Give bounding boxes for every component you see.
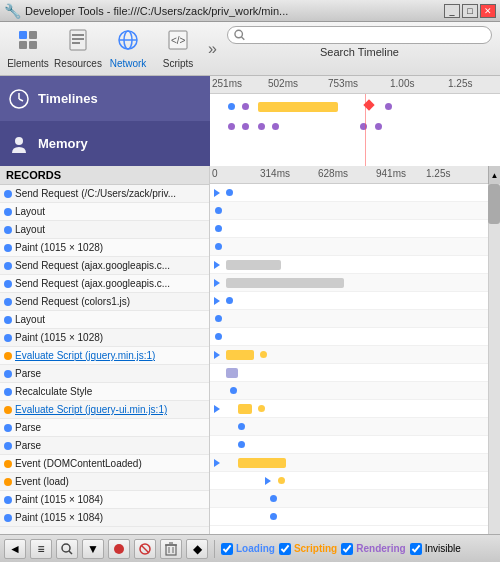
rec-bar: [226, 368, 238, 378]
trash-icon: [165, 542, 177, 556]
search-area: Search Timeline: [223, 22, 496, 76]
records-chart: 0 314ms 628ms 941ms 1.25s ▲: [210, 166, 500, 534]
svg-line-17: [19, 99, 23, 101]
rec-dot: [230, 387, 237, 394]
close-button[interactable]: ✕: [480, 4, 496, 18]
record-label: Layout: [15, 206, 45, 217]
rec-row: [210, 184, 500, 202]
loading-checkbox[interactable]: Loading: [221, 543, 275, 555]
record-row[interactable]: Event (load): [0, 473, 209, 491]
rendering-label: Rendering: [356, 543, 405, 554]
record-dot: [4, 352, 12, 360]
invisible-check-input[interactable]: [410, 543, 422, 555]
record-row[interactable]: Send Request (ajax.googleapis.c...: [0, 275, 209, 293]
svg-rect-5: [72, 34, 84, 36]
record-dot: [4, 316, 12, 324]
rec-dot: [258, 405, 265, 412]
status-sep: [214, 540, 215, 558]
ruler-tick-3: 753ms: [328, 78, 358, 89]
scripting-check-input[interactable]: [279, 543, 291, 555]
record-row[interactable]: Evaluate Script (jquery.min.js:1): [0, 347, 209, 365]
sb-search-icon: [61, 543, 73, 555]
status-btn-back[interactable]: ◄: [4, 539, 26, 559]
record-row[interactable]: Layout: [0, 311, 209, 329]
record-label: Layout: [15, 224, 45, 235]
record-row[interactable]: Layout: [0, 221, 209, 239]
timeline-ruler: 251ms 502ms 753ms 1.00s 1.25s: [210, 76, 500, 94]
memory-section[interactable]: Memory: [0, 121, 210, 166]
loading-label: Loading: [236, 543, 275, 554]
rendering-checkbox[interactable]: Rendering: [341, 543, 405, 555]
tl-dot: [385, 103, 392, 110]
rendering-check-input[interactable]: [341, 543, 353, 555]
record-row[interactable]: Event (DOMContentLoaded): [0, 455, 209, 473]
tl-dot2: [228, 123, 235, 130]
svg-line-22: [141, 545, 149, 553]
record-row[interactable]: Parse: [0, 365, 209, 383]
record-dot: [4, 460, 12, 468]
scripts-label: Scripts: [163, 58, 194, 69]
status-btn-record[interactable]: [108, 539, 130, 559]
record-row[interactable]: Send Request (ajax.googleapis.c...: [0, 257, 209, 275]
record-dot: [4, 496, 12, 504]
toolbar: Elements Resources Network </> Scripts »…: [0, 22, 500, 76]
network-icon: [116, 28, 140, 56]
scripting-checkbox[interactable]: Scripting: [279, 543, 337, 555]
record-dot: [4, 424, 12, 432]
scrollbar[interactable]: [488, 184, 500, 534]
record-row[interactable]: Layout: [0, 203, 209, 221]
record-row[interactable]: Parse: [0, 419, 209, 437]
rec-tick-2: 314ms: [260, 168, 290, 179]
tl-dot2: [272, 123, 279, 130]
records-content: [210, 184, 500, 534]
rec-row: [210, 400, 500, 418]
rec-bar: [226, 260, 281, 270]
scrollbar-thumb[interactable]: [488, 184, 500, 224]
elements-button[interactable]: Elements: [4, 25, 52, 73]
stop-icon: [139, 543, 151, 555]
svg-rect-1: [19, 41, 27, 49]
record-row[interactable]: Parse: [0, 437, 209, 455]
status-btn-search[interactable]: [56, 539, 78, 559]
maximize-button[interactable]: □: [462, 4, 478, 18]
record-label: Evaluate Script (jquery.min.js:1): [15, 350, 155, 361]
network-button[interactable]: Network: [104, 25, 152, 73]
record-row[interactable]: Paint (1015 × 1028): [0, 239, 209, 257]
rec-dot: [270, 513, 277, 520]
rec-tick-4: 941ms: [376, 168, 406, 179]
invisible-checkbox[interactable]: Invisible: [410, 543, 461, 555]
search-box[interactable]: [227, 26, 492, 44]
timeline-chart: 251ms 502ms 753ms 1.00s 1.25s: [210, 76, 500, 166]
status-btn-anchor[interactable]: ◆: [186, 539, 208, 559]
timeline-content: [210, 94, 500, 166]
minimize-button[interactable]: _: [444, 4, 460, 18]
loading-check-input[interactable]: [221, 543, 233, 555]
record-row[interactable]: Paint (1015 × 1084): [0, 491, 209, 509]
scroll-up-arrow[interactable]: ▲: [488, 166, 500, 184]
timelines-label: Timelines: [38, 91, 98, 106]
rec-row: [210, 418, 500, 436]
tl-dot: [242, 103, 249, 110]
record-row[interactable]: Send Request (/C:/Users/zack/priv...: [0, 185, 209, 203]
record-row[interactable]: Paint (1015 × 1084): [0, 509, 209, 527]
more-button[interactable]: »: [204, 36, 221, 62]
scripts-button[interactable]: </> Scripts: [154, 25, 202, 73]
status-btn-stop[interactable]: [134, 539, 156, 559]
status-btn-trash[interactable]: [160, 539, 182, 559]
status-btn-list[interactable]: ≡: [30, 539, 52, 559]
records-list: RECORDS Send Request (/C:/Users/zack/pri…: [0, 166, 210, 534]
rec-dot: [226, 297, 233, 304]
ruler-tick-2: 502ms: [268, 78, 298, 89]
record-dot: [4, 388, 12, 396]
timelines-section[interactable]: Timelines: [0, 76, 210, 121]
memory-label: Memory: [38, 136, 88, 151]
record-label: Paint (1015 × 1084): [15, 494, 103, 505]
record-row[interactable]: Send Request (colors1.js): [0, 293, 209, 311]
record-row[interactable]: Evaluate Script (jquery-ui.min.js:1): [0, 401, 209, 419]
record-row[interactable]: Paint (1015 × 1028): [0, 329, 209, 347]
status-btn-filter[interactable]: ▼: [82, 539, 104, 559]
search-input[interactable]: [249, 29, 485, 41]
rec-triangle: [214, 405, 220, 413]
resources-button[interactable]: Resources: [54, 25, 102, 73]
record-row[interactable]: Recalculate Style: [0, 383, 209, 401]
